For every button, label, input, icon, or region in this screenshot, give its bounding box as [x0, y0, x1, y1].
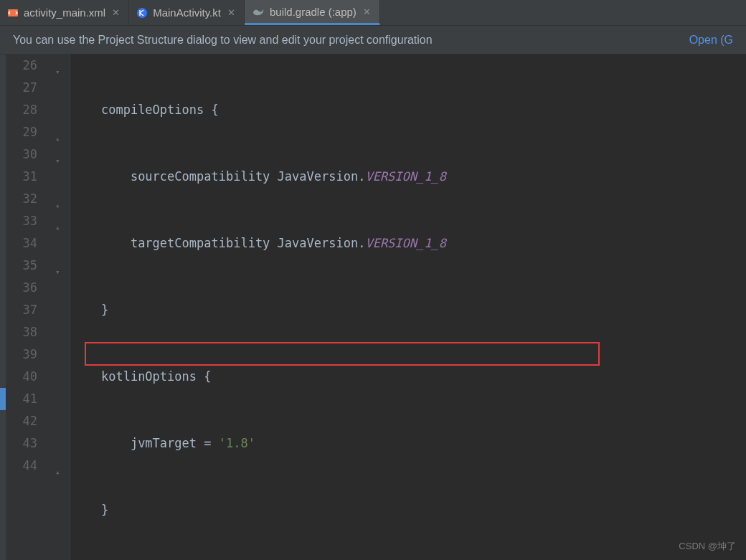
xml-icon: [7, 7, 19, 19]
fold-handle[interactable]: ▴: [55, 217, 64, 225]
tab-bar: activity_main.xml ✕ MainActivity.kt ✕ bu…: [0, 0, 746, 26]
code-line[interactable]: }: [72, 299, 615, 321]
watermark: CSDN @坤了: [679, 540, 736, 553]
highlight-box: [85, 342, 600, 366]
tab-activity-main[interactable]: activity_main.xml ✕: [0, 0, 129, 25]
code-line[interactable]: kotlinOptions {: [72, 366, 615, 388]
tab-label: build.gradle (:app): [270, 6, 357, 18]
code-line[interactable]: }: [72, 499, 615, 521]
code-area[interactable]: compileOptions { sourceCompatibility Jav…: [70, 54, 615, 560]
svg-point-1: [137, 8, 147, 18]
close-icon[interactable]: ✕: [226, 7, 237, 18]
code-editor[interactable]: 26272829303132333435363738394041424344 ▾…: [0, 54, 746, 560]
banner-text: You can use the Project Structure dialog…: [13, 34, 433, 47]
fold-handle[interactable]: ▾: [55, 61, 64, 70]
close-icon[interactable]: ✕: [362, 6, 372, 17]
kotlin-icon: [136, 7, 148, 19]
code-line[interactable]: sourceCompatibility JavaVersion.VERSION_…: [72, 166, 615, 188]
code-line[interactable]: compileOptions {: [72, 99, 615, 121]
code-line[interactable]: jvmTarget = '1.8': [72, 432, 615, 455]
banner-open-link[interactable]: Open (G: [689, 34, 733, 47]
tab-build-gradle[interactable]: build.gradle (:app) ✕: [245, 0, 380, 25]
svg-rect-0: [8, 9, 18, 16]
close-icon[interactable]: ✕: [110, 7, 121, 18]
code-line[interactable]: targetCompatibility JavaVersion.VERSION_…: [72, 232, 615, 255]
side-marker: [0, 388, 6, 410]
info-banner: You can use the Project Structure dialog…: [0, 26, 746, 54]
fold-handle[interactable]: ▾: [55, 261, 64, 270]
fold-handle[interactable]: ▴: [55, 194, 64, 203]
tab-label: activity_main.xml: [24, 6, 105, 19]
line-gutter: 26272829303132333435363738394041424344: [0, 54, 53, 560]
fold-handle[interactable]: ▴: [55, 461, 64, 470]
fold-column: ▾ ▴ ▾ ▴ ▴ ▾ ▴: [53, 54, 70, 560]
tab-label: MainActivity.kt: [153, 6, 221, 19]
tab-main-activity[interactable]: MainActivity.kt ✕: [129, 0, 245, 25]
fold-handle[interactable]: ▴: [55, 128, 64, 136]
gradle-icon: [252, 6, 265, 16]
fold-handle[interactable]: ▾: [55, 150, 64, 158]
side-strip: [0, 54, 6, 560]
